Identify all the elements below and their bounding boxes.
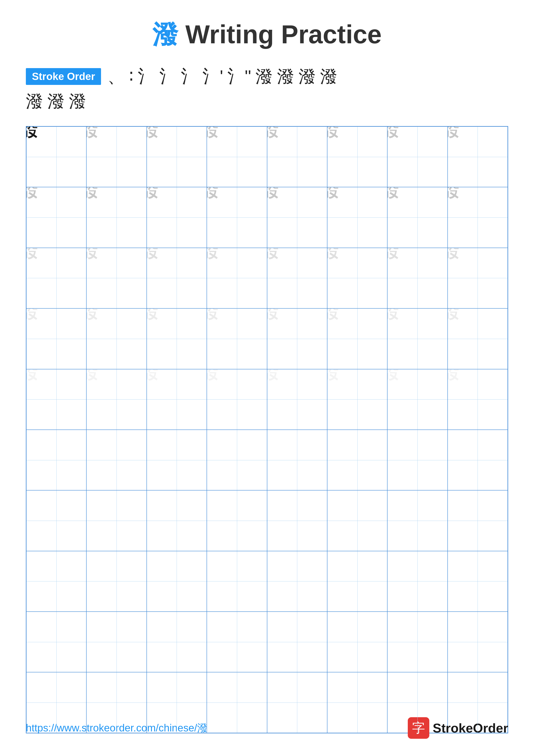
grid-cell: 潑 xyxy=(327,187,387,248)
grid-cell xyxy=(207,490,267,551)
title-rest: Writing Practice xyxy=(178,20,382,49)
grid-cell xyxy=(327,611,387,672)
grid-cell xyxy=(87,611,146,672)
practice-char: 潑 xyxy=(26,248,57,278)
grid-cell: 潑 xyxy=(87,187,146,248)
grid-cell: 潑 xyxy=(147,248,207,309)
grid-cell: 潑 xyxy=(147,369,207,430)
grid-cell xyxy=(207,430,267,490)
stroke-char-6: 氵' xyxy=(202,65,223,88)
grid-cell: 潑 xyxy=(447,248,508,309)
grid-row: 潑潑潑潑潑潑潑潑 xyxy=(26,126,508,187)
grid-cell: 潑 xyxy=(87,369,146,430)
grid-cell: 潑 xyxy=(267,248,327,309)
practice-char: 潑 xyxy=(387,248,418,278)
grid-cell xyxy=(387,611,447,672)
stroke-char-3: 氵 xyxy=(138,65,155,88)
grid-cell xyxy=(207,611,267,672)
grid-cell: 潑 xyxy=(26,309,87,369)
grid-cell: 潑 xyxy=(207,187,267,248)
practice-char: 潑 xyxy=(26,309,57,339)
practice-char: 潑 xyxy=(147,248,177,278)
practice-char: 潑 xyxy=(327,309,357,339)
grid-cell: 潑 xyxy=(207,126,267,187)
practice-char: 潑 xyxy=(87,126,116,157)
practice-char: 潑 xyxy=(207,248,237,278)
grid-cell: 潑 xyxy=(26,248,87,309)
practice-char: 潑 xyxy=(327,248,357,278)
practice-char: 潑 xyxy=(387,187,418,217)
grid-cell xyxy=(267,611,327,672)
grid-cell: 潑 xyxy=(447,369,508,430)
grid-cell xyxy=(147,551,207,611)
practice-char: 潑 xyxy=(147,369,177,399)
grid-cell: 潑 xyxy=(447,309,508,369)
grid-cell: 潑 xyxy=(387,248,447,309)
grid-cell xyxy=(447,430,508,490)
grid-cell xyxy=(267,430,327,490)
practice-char: 潑 xyxy=(387,369,418,399)
practice-char: 潑 xyxy=(147,126,177,157)
grid-cell: 潑 xyxy=(327,126,387,187)
stroke-char-5: 氵 xyxy=(181,65,198,88)
practice-char: 潑 xyxy=(447,369,478,399)
grid-cell: 潑 xyxy=(26,369,87,430)
title-char: 潑 xyxy=(152,20,178,49)
stroke-char-2: ∶ xyxy=(129,65,134,88)
grid-row xyxy=(26,611,508,672)
practice-char: 潑 xyxy=(267,309,297,339)
stroke-row2-char-2: 潑 xyxy=(47,90,64,113)
grid-cell xyxy=(207,551,267,611)
practice-char: 潑 xyxy=(387,309,418,339)
practice-grid: 潑潑潑潑潑潑潑潑潑潑潑潑潑潑潑潑潑潑潑潑潑潑潑潑潑潑潑潑潑潑潑潑潑潑潑潑潑潑潑潑 xyxy=(26,126,508,733)
grid-cell xyxy=(26,430,87,490)
practice-char: 潑 xyxy=(147,187,177,217)
grid-cell: 潑 xyxy=(147,126,207,187)
practice-char: 潑 xyxy=(267,369,297,399)
stroke-row2-char-3: 潑 xyxy=(69,90,86,113)
practice-char: 潑 xyxy=(87,309,116,339)
grid-cell xyxy=(87,551,146,611)
grid-cell: 潑 xyxy=(447,187,508,248)
grid-cell xyxy=(267,551,327,611)
practice-char: 潑 xyxy=(26,126,57,157)
grid-cell xyxy=(147,430,207,490)
grid-cell: 潑 xyxy=(26,126,87,187)
grid-cell xyxy=(327,490,387,551)
grid-cell: 潑 xyxy=(267,369,327,430)
practice-char: 潑 xyxy=(207,309,237,339)
stroke-row2-char-1: 潑 xyxy=(26,90,43,113)
grid-cell xyxy=(327,430,387,490)
grid-cell: 潑 xyxy=(147,309,207,369)
grid-cell: 潑 xyxy=(87,126,146,187)
practice-grid-container: 潑潑潑潑潑潑潑潑潑潑潑潑潑潑潑潑潑潑潑潑潑潑潑潑潑潑潑潑潑潑潑潑潑潑潑潑潑潑潑潑 xyxy=(0,126,534,733)
grid-cell xyxy=(387,490,447,551)
stroke-row2: 潑 潑 潑 xyxy=(26,90,508,113)
grid-cell xyxy=(147,490,207,551)
grid-cell xyxy=(26,490,87,551)
grid-cell: 潑 xyxy=(267,309,327,369)
practice-char: 潑 xyxy=(207,126,237,157)
grid-cell: 潑 xyxy=(327,369,387,430)
grid-cell: 潑 xyxy=(147,187,207,248)
practice-char: 潑 xyxy=(447,187,478,217)
grid-cell: 潑 xyxy=(387,369,447,430)
grid-cell xyxy=(267,490,327,551)
practice-char: 潑 xyxy=(207,369,237,399)
grid-cell xyxy=(387,430,447,490)
stroke-char-10: 潑 xyxy=(298,65,316,88)
grid-cell: 潑 xyxy=(207,369,267,430)
grid-cell xyxy=(147,611,207,672)
practice-char: 潑 xyxy=(87,369,116,399)
grid-cell: 潑 xyxy=(207,309,267,369)
grid-cell: 潑 xyxy=(447,126,508,187)
stroke-char-8: 潑 xyxy=(255,65,273,88)
practice-char: 潑 xyxy=(267,187,297,217)
practice-char: 潑 xyxy=(327,126,357,157)
grid-row xyxy=(26,551,508,611)
grid-cell: 潑 xyxy=(207,248,267,309)
grid-cell: 潑 xyxy=(387,126,447,187)
footer-logo-text: StrokeOrder xyxy=(433,721,508,736)
practice-char: 潑 xyxy=(447,126,478,157)
stroke-char-7: 氵'' xyxy=(227,65,251,88)
